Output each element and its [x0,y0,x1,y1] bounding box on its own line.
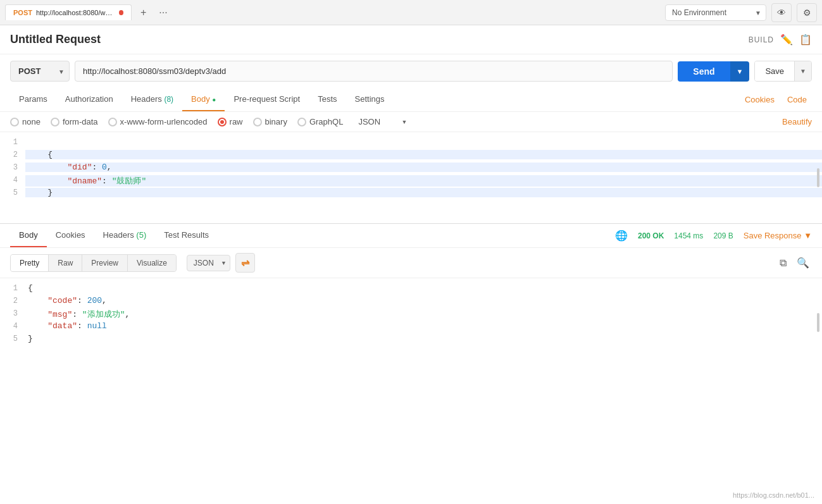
option-raw-label: raw [230,117,243,126]
option-form-data-label: form-data [63,117,98,126]
resp-editor-scrollbar[interactable] [817,313,819,332]
radio-raw[interactable] [218,118,227,126]
tab-settings[interactable]: Settings [346,88,394,111]
option-form-data[interactable]: form-data [51,117,98,126]
request-title: Untitled Request [10,33,101,46]
resp-view-raw[interactable]: Raw [49,255,82,271]
option-none-label: none [22,117,40,126]
send-button-group: Send ▼ [678,61,749,82]
tab-right-links: Cookies Code [740,89,812,111]
resp-view-visualize[interactable]: Visualize [128,255,176,271]
response-time: 1454 ms [674,231,703,240]
resp-line-2: 2 "code": 200, [0,296,822,309]
req-line-1: 1 [0,137,822,150]
tab-unsaved-dot [119,10,123,15]
environment-area: No Environment Development Production 👁 … [665,3,817,22]
tab-tests[interactable]: Tests [309,88,346,111]
cookies-link[interactable]: Cookies [740,89,780,111]
response-format-bar: Pretty Raw Preview Visualize JSON HTML T… [0,248,822,278]
more-tabs-button[interactable]: ··· [155,6,171,20]
build-area: BUILD ✏️ 📋 [749,34,812,46]
option-graphql-label: GraphQL [309,117,343,126]
save-button-group: Save ▼ [754,61,812,82]
active-tab[interactable]: POST http://localhost:8080/web02/d... [5,4,132,20]
req-line-2: 2 { [0,150,822,163]
method-select[interactable]: POST GET PUT DELETE [10,61,70,82]
format-select-wrapper: JSON Text JavaScript HTML XML [358,117,407,126]
resp-view-pretty[interactable]: Pretty [11,255,49,271]
request-tabs: Params Authorization Headers (8) Body ● … [0,88,822,112]
resp-line-5: 5 } [0,334,822,347]
tab-headers[interactable]: Headers (8) [122,88,182,111]
environment-select-wrapper: No Environment Development Production [665,4,766,21]
search-icon-button[interactable]: 🔍 [794,254,812,271]
tab-url-label: http://localhost:8080/web02/d... [36,9,115,16]
resp-format-select-wrapper: JSON HTML Text XML [187,255,230,271]
resp-tab-cookies[interactable]: Cookies [47,224,94,247]
save-response-button[interactable]: Save Response ▼ [744,231,812,240]
radio-binary[interactable] [253,118,262,126]
format-select[interactable]: JSON Text JavaScript HTML XML [358,117,407,126]
radio-none[interactable] [10,118,19,126]
resp-format-select[interactable]: JSON HTML Text XML [187,255,230,271]
wrap-button[interactable]: ⇌ [235,253,255,273]
response-code-editor[interactable]: 1 { 2 "code": 200, 3 "msg": "添加成功", 4 "d… [0,278,822,367]
tab-actions: + ··· [137,6,171,20]
url-bar: POST GET PUT DELETE Send ▼ Save ▼ [0,54,822,88]
response-size: 209 B [713,231,733,240]
url-input[interactable] [75,61,673,82]
send-dropdown-button[interactable]: ▼ [730,61,750,82]
resp-line-1: 1 { [0,283,822,296]
save-button[interactable]: Save [755,61,794,81]
status-code: 200 OK [638,231,664,240]
globe-icon: 🌐 [615,230,628,242]
settings-icon: ⚙ [803,8,811,18]
tab-pre-request-script[interactable]: Pre-request Script [225,88,309,111]
edit-icon-button[interactable]: ✏️ [780,34,793,46]
method-select-wrapper: POST GET PUT DELETE [10,61,70,82]
environment-select[interactable]: No Environment Development Production [665,4,766,21]
tab-bar: POST http://localhost:8080/web02/d... + … [0,0,822,25]
watermark: https://blog.csdn.net/b01... [733,491,814,499]
resp-view-preview[interactable]: Preview [82,255,128,271]
tab-authorization[interactable]: Authorization [56,88,122,111]
resp-tab-test-results[interactable]: Test Results [155,224,218,247]
tab-body[interactable]: Body ● [182,88,225,111]
radio-graphql[interactable] [297,118,306,126]
option-urlencoded-label: x-www-form-urlencoded [120,117,208,126]
resp-line-3: 3 "msg": "添加成功", [0,309,822,321]
req-line-5: 5 } [0,188,822,200]
eye-icon-button[interactable]: 👁 [771,3,792,22]
build-label: BUILD [749,35,774,44]
option-none[interactable]: none [10,117,40,126]
response-right-icons: ⧉ 🔍 [777,254,812,271]
radio-form-data[interactable] [51,118,59,126]
editor-scrollbar[interactable] [817,168,819,187]
response-tabs-bar: Body Cookies Headers (5) Test Results 🌐 … [0,224,822,248]
response-view-tabs: Pretty Raw Preview Visualize [10,254,177,272]
request-code-editor[interactable]: 1 2 { 3 "did": 0, 4 "dname": "鼓励师" 5 } [0,132,822,224]
resp-line-4: 4 "data": null [0,321,822,334]
eye-icon: 👁 [777,8,786,18]
beautify-button[interactable]: Beautify [782,117,812,126]
settings-icon-button[interactable]: ⚙ [797,3,817,22]
request-title-bar: Untitled Request BUILD ✏️ 📋 [0,25,822,54]
copy-icon-button[interactable]: ⧉ [777,254,789,271]
option-binary-label: binary [265,117,287,126]
option-urlencoded[interactable]: x-www-form-urlencoded [108,117,208,126]
code-link[interactable]: Code [782,89,812,111]
tab-params[interactable]: Params [10,88,56,111]
share-icon-button[interactable]: 📋 [799,34,812,46]
save-dropdown-button[interactable]: ▼ [794,61,811,81]
send-button[interactable]: Send [678,61,730,82]
req-line-4: 4 "dname": "鼓励师" [0,175,822,188]
option-graphql[interactable]: GraphQL [297,117,343,126]
req-line-3: 3 "did": 0, [0,163,822,175]
resp-tab-headers[interactable]: Headers (5) [94,224,156,247]
add-tab-button[interactable]: + [137,6,150,20]
resp-tab-body[interactable]: Body [10,224,47,247]
radio-urlencoded[interactable] [108,118,117,126]
option-binary[interactable]: binary [253,117,287,126]
option-raw[interactable]: raw [218,117,243,126]
body-options: none form-data x-www-form-urlencoded raw… [0,112,822,132]
